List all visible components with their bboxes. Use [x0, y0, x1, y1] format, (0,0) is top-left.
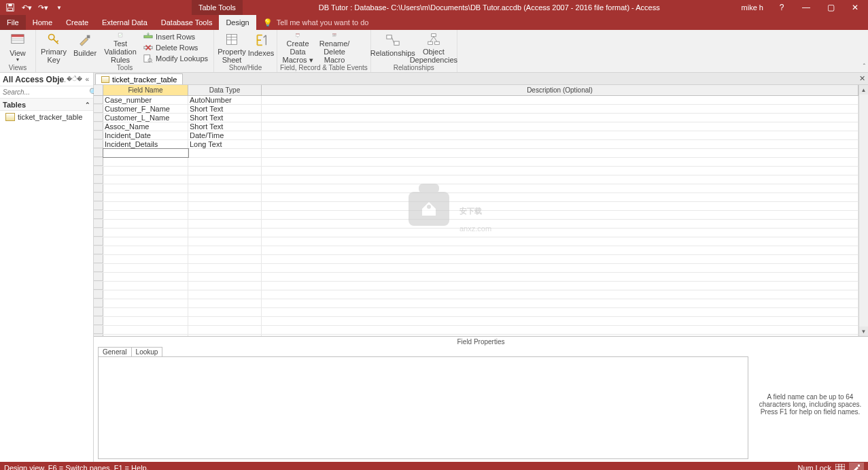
row-selector[interactable]	[94, 202, 103, 210]
description-cell[interactable]	[262, 273, 858, 281]
field-name-cell[interactable]	[103, 167, 188, 175]
field-name-cell[interactable]: Incident_Details	[103, 140, 188, 148]
row-selector[interactable]	[94, 131, 103, 139]
user-name[interactable]: mike h	[736, 3, 769, 12]
scroll-up-icon[interactable]: ▲	[859, 85, 868, 95]
object-dependencies-button[interactable]: Object Dependencies	[413, 31, 454, 64]
tab-database-tools[interactable]: Database Tools	[154, 15, 220, 30]
row-selector[interactable]	[94, 335, 103, 336]
field-name-cell[interactable]	[103, 175, 188, 184]
design-view-icon[interactable]	[849, 463, 864, 470]
col-header-field-name[interactable]: Field Name	[103, 85, 188, 95]
nav-group-tables[interactable]: Tables ⌃	[0, 99, 93, 111]
select-all-rows[interactable]	[94, 85, 103, 95]
builder-button[interactable]: Builder	[70, 31, 100, 64]
field-name-cell[interactable]	[103, 202, 188, 210]
data-type-cell[interactable]	[188, 290, 262, 299]
row-selector[interactable]	[94, 255, 103, 263]
data-type-cell[interactable]	[188, 229, 262, 237]
description-cell[interactable]	[262, 167, 858, 175]
description-cell[interactable]	[262, 299, 858, 307]
qat-customize-icon[interactable]: ▼	[52, 1, 67, 14]
modify-lookups-button[interactable]: Modify Lookups	[141, 53, 211, 64]
field-name-cell[interactable]	[103, 326, 188, 334]
nav-search-input[interactable]	[3, 87, 89, 98]
description-cell[interactable]	[262, 246, 858, 254]
vertical-scrollbar[interactable]: ▲ ▼	[858, 85, 868, 336]
field-name-cell[interactable]	[103, 246, 188, 254]
row-selector[interactable]	[94, 290, 103, 299]
indexes-button[interactable]: Indexes	[248, 31, 274, 64]
description-cell[interactable]	[262, 158, 858, 166]
help-icon[interactable]: ?	[770, 0, 793, 15]
data-type-cell[interactable]	[188, 335, 262, 336]
description-cell[interactable]	[262, 308, 858, 316]
datasheet-view-icon[interactable]	[833, 463, 848, 470]
data-type-cell[interactable]	[188, 273, 262, 281]
field-name-cell[interactable]	[103, 158, 188, 166]
row-selector[interactable]	[94, 229, 103, 237]
nav-collapse-icon[interactable]: «	[84, 75, 90, 83]
row-selector[interactable]	[94, 237, 103, 246]
tab-home[interactable]: Home	[26, 15, 59, 30]
redo-icon[interactable]: ↷▾	[35, 1, 50, 14]
description-cell[interactable]	[262, 264, 858, 272]
test-validation-button[interactable]: Test Validation Rules	[101, 31, 139, 64]
field-name-cell[interactable]	[103, 184, 188, 192]
tab-design[interactable]: Design	[219, 15, 256, 30]
row-selector[interactable]	[94, 317, 103, 325]
data-type-cell[interactable]	[188, 149, 262, 157]
rename-delete-macro-button[interactable]: ab Rename/ Delete Macro	[317, 31, 352, 64]
description-cell[interactable]	[262, 175, 858, 184]
nav-item-ticket-tracker-table[interactable]: ticket_tracker_table	[0, 111, 93, 123]
data-type-cell[interactable]: Short Text	[188, 122, 262, 131]
description-cell[interactable]	[262, 149, 858, 157]
field-name-cell[interactable]: Incident_Date	[103, 131, 188, 139]
description-cell[interactable]	[262, 290, 858, 299]
row-selector[interactable]	[94, 149, 103, 157]
data-type-cell[interactable]	[188, 237, 262, 246]
description-cell[interactable]	[262, 131, 858, 139]
property-sheet-button[interactable]: Property Sheet	[217, 31, 247, 64]
row-selector[interactable]	[94, 105, 103, 113]
row-selector[interactable]	[94, 220, 103, 228]
col-header-description[interactable]: Description (Optional)	[262, 85, 858, 95]
field-name-cell[interactable]	[103, 299, 188, 307]
data-type-cell[interactable]	[188, 282, 262, 290]
nav-filter-icon[interactable]: �े�	[65, 75, 84, 83]
fp-tab-lookup[interactable]: Lookup	[131, 347, 163, 356]
row-selector[interactable]	[94, 140, 103, 148]
description-cell[interactable]	[262, 96, 858, 104]
row-selector[interactable]	[94, 264, 103, 272]
col-header-data-type[interactable]: Data Type	[188, 85, 262, 95]
row-selector[interactable]	[94, 282, 103, 290]
field-name-cell[interactable]	[103, 149, 188, 157]
data-type-cell[interactable]: Short Text	[188, 114, 262, 122]
row-selector[interactable]	[94, 211, 103, 219]
data-type-cell[interactable]	[188, 167, 262, 175]
restore-icon[interactable]: ▢	[819, 0, 842, 15]
description-cell[interactable]	[262, 317, 858, 325]
tab-file[interactable]: File	[0, 15, 26, 30]
field-name-cell[interactable]	[103, 255, 188, 263]
description-cell[interactable]	[262, 105, 858, 113]
row-selector[interactable]	[94, 158, 103, 166]
tell-me-search[interactable]: 💡 Tell me what you want to do	[256, 15, 376, 30]
description-cell[interactable]	[262, 282, 858, 290]
tab-create[interactable]: Create	[59, 15, 95, 30]
description-cell[interactable]	[262, 193, 858, 201]
data-type-cell[interactable]: Long Text	[188, 140, 262, 148]
close-tab-icon[interactable]: ✕	[859, 74, 865, 83]
insert-rows-button[interactable]: Insert Rows	[141, 31, 211, 42]
relationships-button[interactable]: Relationships	[374, 31, 412, 64]
description-cell[interactable]	[262, 335, 858, 336]
field-name-cell[interactable]	[103, 335, 188, 336]
field-name-cell[interactable]	[103, 237, 188, 246]
description-cell[interactable]	[262, 202, 858, 210]
save-icon[interactable]	[3, 1, 18, 14]
row-selector[interactable]	[94, 122, 103, 131]
data-type-cell[interactable]	[188, 193, 262, 201]
data-type-cell[interactable]: Short Text	[188, 105, 262, 113]
description-cell[interactable]	[262, 184, 858, 192]
scroll-down-icon[interactable]: ▼	[859, 326, 868, 336]
